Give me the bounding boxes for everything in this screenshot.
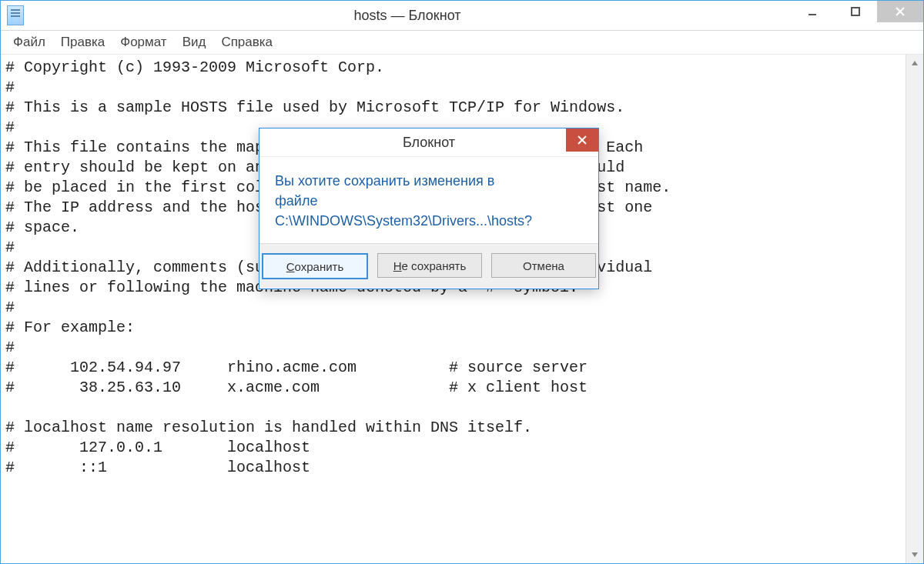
dialog-title-text: Блокнот bbox=[403, 135, 455, 151]
close-icon bbox=[895, 6, 906, 17]
scroll-down-icon[interactable] bbox=[906, 546, 923, 563]
titlebar: hosts — Блокнот bbox=[1, 1, 923, 31]
menubar: Файл Правка Формат Вид Справка bbox=[1, 31, 923, 55]
notepad-icon bbox=[7, 5, 24, 25]
scroll-up-icon[interactable] bbox=[906, 55, 923, 72]
window-title: hosts — Блокнот bbox=[24, 8, 791, 24]
dialog-titlebar: Блокнот bbox=[259, 128, 598, 157]
menu-help[interactable]: Справка bbox=[213, 32, 280, 52]
svg-marker-5 bbox=[912, 552, 918, 557]
dialog-footer: Сохранить Не сохранять Отмена bbox=[259, 243, 598, 289]
dialog-close-button[interactable] bbox=[566, 128, 598, 152]
save-dialog: Блокнот Вы хотите сохранить изменения в … bbox=[259, 128, 599, 289]
menu-view[interactable]: Вид bbox=[175, 32, 214, 52]
dialog-message-line1: Вы хотите сохранить изменения в bbox=[275, 171, 583, 191]
svg-rect-1 bbox=[852, 8, 859, 15]
cancel-button[interactable]: Отмена bbox=[491, 253, 596, 278]
dialog-message-line2: файле bbox=[275, 191, 583, 211]
maximize-button[interactable] bbox=[834, 1, 877, 22]
save-button[interactable]: Сохранить bbox=[262, 253, 368, 279]
menu-format[interactable]: Формат bbox=[112, 32, 174, 52]
menu-file[interactable]: Файл bbox=[5, 32, 53, 52]
svg-marker-4 bbox=[912, 61, 918, 65]
scroll-track[interactable] bbox=[906, 72, 923, 546]
vertical-scrollbar[interactable] bbox=[906, 55, 923, 563]
dialog-message-line3: C:\WINDOWS\System32\Drivers...\hosts? bbox=[275, 211, 583, 231]
dialog-body: Вы хотите сохранить изменения в файле C:… bbox=[259, 157, 598, 243]
dont-save-button[interactable]: Не сохранять bbox=[377, 253, 482, 278]
window-controls bbox=[791, 1, 923, 30]
maximize-icon bbox=[850, 6, 861, 17]
close-icon bbox=[578, 135, 587, 145]
minimize-icon bbox=[807, 6, 818, 17]
menu-edit[interactable]: Правка bbox=[53, 32, 112, 52]
close-button[interactable] bbox=[877, 1, 923, 22]
minimize-button[interactable] bbox=[791, 1, 834, 22]
